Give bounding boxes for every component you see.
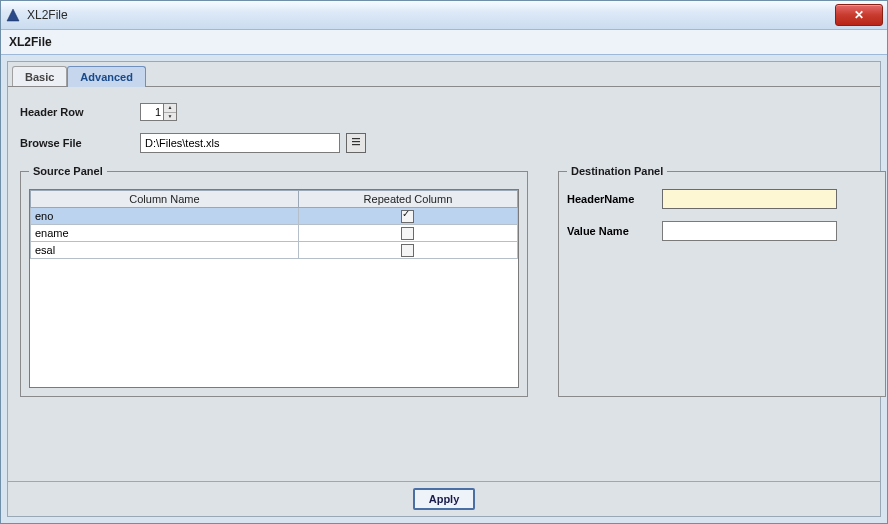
source-panel: Source Panel Column Name Repeated Column — [20, 165, 528, 397]
table-row[interactable]: eno — [31, 208, 518, 225]
tab-advanced[interactable]: Advanced — [67, 66, 146, 87]
value-name-input[interactable] — [662, 221, 837, 241]
cell-repeated — [298, 208, 517, 225]
header-row-field: Header Row ▲ ▼ — [20, 103, 868, 121]
cell-column-name: ename — [31, 225, 299, 242]
apply-button[interactable]: Apply — [413, 488, 476, 510]
window-title: XL2File — [27, 8, 835, 22]
close-icon: ✕ — [854, 8, 864, 22]
tab-advanced-label: Advanced — [80, 71, 133, 83]
browse-file-input[interactable] — [140, 133, 340, 153]
cell-repeated — [298, 242, 517, 259]
table-header-row: Column Name Repeated Column — [31, 191, 518, 208]
svg-rect-1 — [352, 138, 360, 139]
header-name-field: HeaderName — [567, 189, 877, 209]
col-header-name[interactable]: Column Name — [31, 191, 299, 208]
app-icon — [5, 7, 21, 23]
browse-file-label: Browse File — [20, 137, 140, 149]
repeated-checkbox[interactable] — [401, 244, 414, 257]
tab-content-advanced: Header Row ▲ ▼ Browse File — [8, 86, 880, 481]
panels-row: Source Panel Column Name Repeated Column — [20, 165, 868, 473]
browse-file-field: Browse File — [20, 133, 868, 153]
header-name-input[interactable] — [662, 189, 837, 209]
repeated-checkbox[interactable] — [401, 227, 414, 240]
svg-marker-0 — [7, 9, 19, 21]
panel-title-text: XL2File — [9, 35, 52, 49]
source-table: Column Name Repeated Column eno — [30, 190, 518, 259]
table-row[interactable]: esal — [31, 242, 518, 259]
tab-basic-label: Basic — [25, 71, 54, 83]
svg-rect-3 — [352, 144, 360, 145]
destination-panel-legend: Destination Panel — [567, 165, 667, 177]
source-table-wrap: Column Name Repeated Column eno — [29, 189, 519, 388]
app-window: XL2File ✕ XL2File Basic Advanced Header … — [0, 0, 888, 524]
header-name-label: HeaderName — [567, 193, 662, 205]
browse-button[interactable] — [346, 133, 366, 153]
cell-column-name: esal — [31, 242, 299, 259]
table-row[interactable]: ename — [31, 225, 518, 242]
tab-bar: Basic Advanced — [8, 62, 880, 86]
spinner-up-button[interactable]: ▲ — [164, 104, 176, 112]
col-header-repeated[interactable]: Repeated Column — [298, 191, 517, 208]
close-button[interactable]: ✕ — [835, 4, 883, 26]
header-row-spinner: ▲ ▼ — [140, 103, 177, 121]
spinner-down-button[interactable]: ▼ — [164, 112, 176, 121]
header-row-label: Header Row — [20, 106, 140, 118]
svg-rect-2 — [352, 141, 360, 142]
list-icon — [351, 137, 361, 149]
header-row-input[interactable] — [140, 103, 164, 121]
spinner-buttons: ▲ ▼ — [164, 103, 177, 121]
value-name-label: Value Name — [567, 225, 662, 237]
button-bar: Apply — [8, 481, 880, 516]
cell-repeated — [298, 225, 517, 242]
destination-panel: Destination Panel HeaderName Value Name — [558, 165, 886, 397]
source-panel-legend: Source Panel — [29, 165, 107, 177]
tab-basic[interactable]: Basic — [12, 66, 67, 87]
value-name-field: Value Name — [567, 221, 877, 241]
apply-button-label: Apply — [429, 493, 460, 505]
outer-panel: Basic Advanced Header Row ▲ ▼ — [7, 61, 881, 517]
titlebar: XL2File ✕ — [1, 1, 887, 30]
repeated-checkbox[interactable] — [401, 210, 414, 223]
panel-title: XL2File — [1, 30, 887, 55]
cell-column-name: eno — [31, 208, 299, 225]
